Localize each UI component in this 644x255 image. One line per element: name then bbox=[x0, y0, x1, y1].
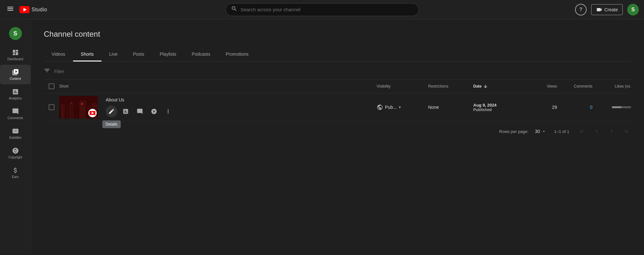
user-avatar[interactable]: S bbox=[627, 4, 639, 15]
visibility-text: Pub... bbox=[385, 105, 397, 110]
comments-icon bbox=[12, 108, 19, 115]
header-views: Views bbox=[525, 84, 557, 89]
more-vert-icon bbox=[165, 108, 171, 115]
logo: Studio bbox=[19, 6, 47, 13]
search-bar[interactable] bbox=[226, 3, 419, 16]
sort-icon bbox=[483, 84, 488, 89]
prev-page-button[interactable] bbox=[592, 127, 601, 136]
details-button[interactable]: Details bbox=[106, 106, 117, 117]
page-info: 1–1 of 1 bbox=[554, 129, 569, 134]
rows-per-page-value: 30 bbox=[535, 129, 540, 134]
content-area: Channel content Videos Shorts Live Posts… bbox=[31, 19, 644, 255]
tab-videos[interactable]: Videos bbox=[44, 48, 73, 61]
play-circle-icon bbox=[151, 108, 157, 115]
analytics-icon bbox=[12, 88, 19, 95]
tab-playlists[interactable]: Playlists bbox=[152, 48, 184, 61]
filter-icon bbox=[44, 67, 50, 75]
create-label: Create bbox=[604, 7, 618, 12]
tab-posts[interactable]: Posts bbox=[125, 48, 152, 61]
dashboard-icon bbox=[12, 49, 19, 56]
video-title: About Us bbox=[106, 97, 377, 102]
subtitles-icon bbox=[12, 128, 19, 135]
create-button[interactable]: Create bbox=[591, 4, 623, 15]
last-page-button[interactable] bbox=[621, 127, 631, 136]
search-input[interactable] bbox=[241, 7, 413, 12]
details-tooltip: Details bbox=[102, 120, 121, 128]
thumbnail-container bbox=[59, 96, 98, 118]
sidebar-item-monetization[interactable]: Earn bbox=[0, 163, 31, 183]
comments-button[interactable] bbox=[134, 106, 146, 117]
date-value: Aug 9, 2024 bbox=[473, 103, 496, 108]
tab-promotions[interactable]: Promotions bbox=[218, 48, 256, 61]
header-likes: Likes (vs. bbox=[592, 84, 631, 89]
topbar-right: ? Create S bbox=[574, 4, 639, 15]
rows-dropdown-icon bbox=[541, 129, 546, 134]
filter-input[interactable] bbox=[54, 69, 631, 74]
header-comments: Comments bbox=[557, 84, 592, 89]
header-date[interactable]: Date bbox=[473, 84, 525, 89]
shorts-badge bbox=[88, 109, 97, 117]
tabs: Videos Shorts Live Posts Playlists Podca… bbox=[44, 48, 631, 61]
header-visibility: Visibility bbox=[377, 84, 428, 89]
copyright-icon bbox=[12, 147, 19, 154]
menu-button[interactable] bbox=[5, 4, 15, 16]
content-table: Short Visibility Restrictions Date Views… bbox=[44, 80, 631, 121]
row-checkbox-col bbox=[44, 104, 59, 110]
table-row: About Us Details bbox=[44, 93, 631, 121]
more-button[interactable] bbox=[162, 106, 174, 117]
visibility-dropdown[interactable]: ▾ bbox=[399, 105, 401, 109]
youtube-logo-icon bbox=[19, 6, 30, 13]
table-header: Short Visibility Restrictions Date Views… bbox=[44, 80, 631, 93]
rows-per-page-select[interactable]: 30 bbox=[535, 129, 546, 134]
comment-icon bbox=[137, 108, 143, 115]
analytics-button[interactable] bbox=[120, 106, 131, 117]
tab-live[interactable]: Live bbox=[101, 48, 125, 61]
row-date: Aug 9, 2024 Published bbox=[473, 103, 525, 112]
sidebar-item-subtitles[interactable]: Subtitles bbox=[0, 124, 31, 143]
table-footer: Rows per page: 30 1–1 of 1 bbox=[44, 121, 631, 141]
row-likes bbox=[592, 106, 631, 108]
row-checkbox[interactable] bbox=[49, 104, 54, 110]
header-short: Short bbox=[59, 84, 377, 89]
select-all-checkbox[interactable] bbox=[49, 83, 54, 89]
row-restrictions: None bbox=[428, 105, 473, 110]
content-icon bbox=[12, 69, 19, 76]
topbar-left: Studio bbox=[5, 4, 70, 16]
watch-button[interactable] bbox=[148, 106, 160, 117]
video-actions: Details bbox=[106, 106, 377, 117]
monetization-icon bbox=[12, 167, 19, 174]
row-short-col: About Us Details bbox=[59, 96, 377, 118]
bar-chart-icon bbox=[122, 108, 129, 115]
sidebar-item-analytics[interactable]: Analytics bbox=[0, 84, 31, 104]
sidebar-item-avatar[interactable]: S bbox=[0, 22, 31, 45]
help-button[interactable]: ? bbox=[575, 4, 587, 15]
row-comments: 0 bbox=[557, 105, 592, 110]
tab-shorts[interactable]: Shorts bbox=[73, 48, 101, 61]
page-title: Channel content bbox=[44, 30, 631, 39]
sidebar-item-content[interactable]: Content bbox=[0, 65, 31, 84]
edit-icon bbox=[108, 108, 115, 115]
header-restrictions: Restrictions bbox=[428, 84, 473, 89]
rows-per-page-label: Rows per page: bbox=[499, 129, 528, 134]
filter-bar bbox=[44, 61, 631, 80]
tab-podcasts[interactable]: Podcasts bbox=[184, 48, 218, 61]
search-icon bbox=[231, 5, 237, 14]
sidebar-item-copyright[interactable]: Copyright bbox=[0, 143, 31, 163]
header-checkbox-col bbox=[44, 83, 59, 89]
main-layout: S Dashboard Content Analytics Comments S… bbox=[0, 19, 644, 255]
row-views: 29 bbox=[525, 105, 557, 110]
first-page-button[interactable] bbox=[577, 127, 587, 136]
studio-label: Studio bbox=[32, 7, 47, 13]
video-info: About Us Details bbox=[106, 97, 377, 117]
topbar: Studio ? Create S bbox=[0, 0, 644, 19]
sidebar: S Dashboard Content Analytics Comments S… bbox=[0, 19, 31, 255]
globe-icon bbox=[377, 104, 383, 110]
row-visibility: Pub... ▾ bbox=[377, 104, 428, 110]
next-page-button[interactable] bbox=[607, 127, 616, 136]
sidebar-item-comments[interactable]: Comments bbox=[0, 104, 31, 124]
date-status: Published bbox=[473, 108, 496, 112]
sidebar-item-dashboard[interactable]: Dashboard bbox=[0, 45, 31, 65]
sidebar-avatar: S bbox=[9, 27, 22, 40]
